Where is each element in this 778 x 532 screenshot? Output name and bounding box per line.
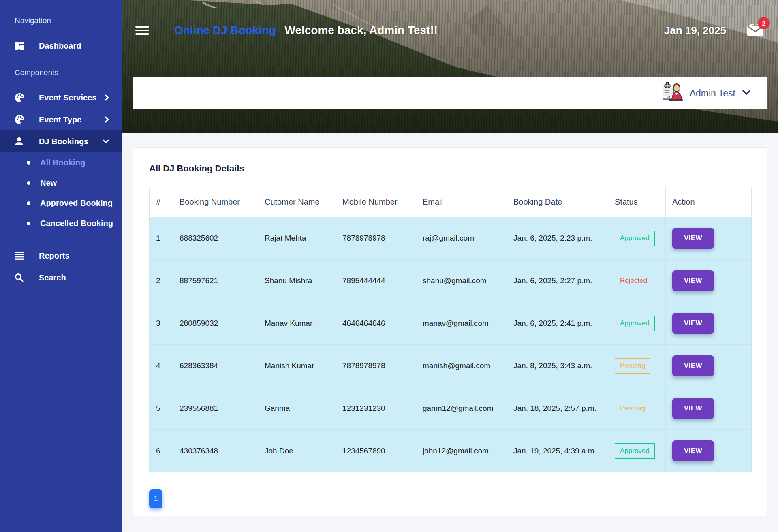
- cell-booking-number: 280859032: [173, 302, 258, 345]
- avatar: [661, 81, 683, 105]
- chevron-down-icon: [742, 90, 751, 97]
- user-name: Admin Test: [690, 88, 735, 99]
- sidebar-item-reports[interactable]: Reports: [0, 245, 122, 267]
- table-row: 1 688325602 Rajat Mehta 7878978978 raj@g…: [150, 217, 752, 260]
- col-header-booking-date: Booking Date: [507, 187, 608, 217]
- submenu-item-new[interactable]: New: [0, 173, 122, 193]
- cell-num: 1: [150, 217, 173, 260]
- cell-booking-number: 887597621: [173, 260, 258, 302]
- col-header-status: Status: [608, 187, 666, 217]
- col-header-customer-name: Cutomer Name: [258, 187, 336, 217]
- mountain-forest-photo: [122, 0, 778, 133]
- table-row: 5 239556881 Garima 1231231230 garim12@gm…: [150, 387, 752, 430]
- cell-email: garim12@gmail.com: [416, 387, 507, 430]
- booking-details-card: All DJ Booking Details # Booking Number …: [133, 147, 767, 516]
- view-button[interactable]: VIEW: [672, 313, 714, 334]
- cell-mobile: 7895444444: [336, 260, 416, 302]
- list-icon: [15, 252, 26, 260]
- sidebar-item-dj-bookings[interactable]: DJ Bookings: [0, 130, 122, 152]
- cell-status: Pending: [608, 345, 666, 387]
- cell-num: 5: [150, 387, 173, 430]
- hero-header: Online DJ Booking Welcome back, Admin Te…: [122, 0, 778, 133]
- col-header-action: Action: [666, 187, 752, 217]
- current-date: Jan 19, 2025: [664, 24, 726, 37]
- cell-booking-date: Jan. 8, 2025, 3:43 a.m.: [507, 345, 608, 387]
- cell-customer-name: Shanu Mishra: [258, 260, 336, 302]
- cell-status: Approved: [608, 430, 666, 472]
- submenu-item-approved-booking[interactable]: Approved Booking: [0, 193, 122, 213]
- cell-customer-name: Manav Kumar: [258, 302, 336, 345]
- cell-mobile: 1234567890: [336, 430, 416, 472]
- submenu-item-cancelled-booking[interactable]: Cancelled Booking: [0, 213, 122, 233]
- view-button[interactable]: VIEW: [672, 228, 714, 249]
- sidebar-item-search[interactable]: Search: [0, 267, 122, 288]
- col-header-num: #: [150, 187, 173, 217]
- chevron-down-icon: [102, 139, 109, 144]
- palette-icon: [15, 115, 26, 124]
- brand-title[interactable]: Online DJ Booking: [174, 24, 276, 37]
- sidebar-item-event-type[interactable]: Event Type: [0, 109, 122, 130]
- sidebar-item-label: Reports: [39, 251, 70, 261]
- bullet-icon: [27, 181, 30, 185]
- dashboard-icon: [15, 42, 26, 50]
- cell-mobile: 7878978978: [336, 217, 416, 260]
- cell-action: VIEW: [666, 217, 752, 260]
- cell-email: shanu@gmail.com: [416, 260, 507, 302]
- top-navbar: Online DJ Booking Welcome back, Admin Te…: [135, 24, 766, 37]
- chevron-right-icon: [104, 94, 109, 101]
- col-header-email: Email: [416, 187, 507, 217]
- view-button[interactable]: VIEW: [672, 270, 714, 291]
- bullet-icon: [27, 222, 30, 225]
- status-badge: Approved: [615, 316, 655, 331]
- sidebar-item-dashboard[interactable]: Dashboard: [0, 35, 122, 57]
- booking-table-body: 1 688325602 Rajat Mehta 7878978978 raj@g…: [150, 217, 752, 472]
- submenu-item-label: Cancelled Booking: [40, 219, 113, 228]
- cell-num: 3: [150, 302, 173, 345]
- user-dropdown[interactable]: Admin Test: [133, 77, 767, 109]
- sidebar-item-label: Event Type: [39, 115, 81, 124]
- sidebar-item-label: DJ Bookings: [39, 137, 88, 146]
- submenu-item-label: New: [40, 178, 57, 188]
- page-button-1[interactable]: 1: [149, 489, 162, 508]
- cell-mobile: 4646464646: [336, 302, 416, 345]
- sidebar: Navigation Dashboard Components Event Se…: [0, 0, 122, 532]
- cell-email: raj@gmail.com: [416, 217, 507, 260]
- sidebar-item-label: Event Services: [39, 93, 96, 103]
- status-badge: Pending: [615, 358, 650, 374]
- col-header-mobile-number: Mobile Number: [336, 187, 416, 217]
- cell-booking-number: 628363384: [173, 345, 258, 387]
- cell-booking-number: 430376348: [173, 430, 258, 472]
- status-badge: Pending: [615, 401, 650, 416]
- cell-action: VIEW: [666, 302, 752, 345]
- sidebar-section-components: Components: [0, 68, 122, 77]
- bullet-icon: [27, 201, 30, 205]
- cell-mobile: 1231231230: [336, 387, 416, 430]
- cell-booking-number: 239556881: [173, 387, 258, 430]
- sidebar-section-navigation: Navigation: [0, 16, 122, 25]
- cell-email: manish@gmail.com: [416, 345, 507, 387]
- mail-notification-icon[interactable]: 2: [747, 24, 763, 37]
- cell-num: 2: [150, 260, 173, 302]
- cell-booking-date: Jan. 18, 2025, 2:57 p.m.: [507, 387, 608, 430]
- sidebar-item-event-services[interactable]: Event Services: [0, 87, 122, 109]
- submenu-item-label: All Booking: [40, 158, 85, 167]
- view-button[interactable]: VIEW: [672, 440, 714, 461]
- cell-booking-date: Jan. 6, 2025, 2:27 p.m.: [507, 260, 608, 302]
- table-row: 6 430376348 Joh Doe 1234567890 john12@gm…: [150, 430, 752, 472]
- submenu-item-all-booking[interactable]: All Booking: [0, 152, 122, 173]
- cell-booking-date: Jan. 6, 2025, 2:23 p.m.: [507, 217, 608, 260]
- cell-booking-date: Jan. 19, 2025, 4:39 a.m.: [507, 430, 608, 472]
- table-row: 2 887597621 Shanu Mishra 7895444444 shan…: [150, 260, 752, 302]
- cell-action: VIEW: [666, 387, 752, 430]
- menu-toggle-icon[interactable]: [135, 24, 151, 37]
- view-button[interactable]: VIEW: [672, 398, 714, 419]
- submenu-item-label: Approved Booking: [40, 199, 113, 208]
- table-row: 3 280859032 Manav Kumar 4646464646 manav…: [150, 302, 752, 345]
- view-button[interactable]: VIEW: [672, 355, 714, 376]
- welcome-message: Welcome back, Admin Test!!: [284, 24, 438, 37]
- sidebar-item-label: Dashboard: [39, 41, 81, 51]
- dj-bookings-submenu: All Booking New Approved Booking Cancell…: [0, 152, 122, 233]
- cell-action: VIEW: [666, 345, 752, 387]
- cell-customer-name: Garima: [258, 387, 336, 430]
- cell-status: Rejected: [608, 260, 666, 302]
